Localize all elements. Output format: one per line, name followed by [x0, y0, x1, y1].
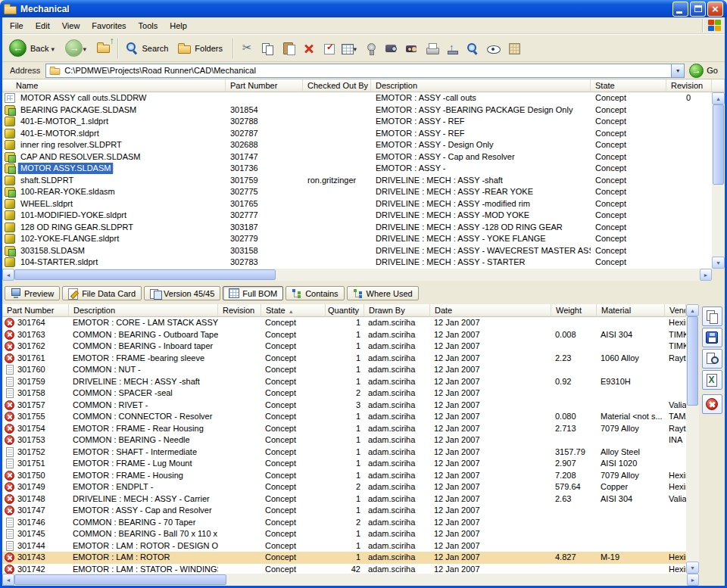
scroll-track[interactable] [712, 104, 725, 257]
tab-where-used[interactable]: Where Used [347, 286, 419, 300]
column-header-checked-out-by[interactable]: Checked Out By [303, 79, 371, 92]
maximize-button[interactable] [690, 2, 706, 17]
file-row[interactable]: MOTOR ASSY.SLDASM301736EMOTOR : ASSY -Co… [2, 163, 712, 175]
scroll-track[interactable] [686, 316, 699, 562]
back-dropdown-icon[interactable] [51, 44, 58, 53]
file-row[interactable]: MOTOR ASSY call outs.SLDDRWEMOTOR : ASSY… [2, 92, 712, 104]
file-row[interactable]: BEARING PACKAGE.SLDASM301854EMOTOR : ASS… [2, 104, 712, 117]
filelist-horizontal-scrollbar[interactable] [2, 269, 712, 281]
bom-row[interactable]: 301753COMMON : BEARING - NeedleConcept1a… [2, 434, 686, 446]
close-button[interactable] [707, 2, 723, 17]
bom-row[interactable]: 301746COMMON : BEARING - 70 TaperConcept… [2, 517, 686, 529]
column-header-part-number[interactable]: Part Number [226, 79, 303, 92]
go-button[interactable]: Go [689, 64, 718, 78]
lamp-button[interactable] [360, 36, 381, 60]
bom-row[interactable]: 301760COMMON : NUT -Concept1adam.sciriha… [2, 364, 686, 376]
bom-column-header-description[interactable]: Description [69, 304, 218, 317]
bom-row[interactable]: 301758COMMON : SPACER -sealConcept2adam.… [2, 387, 686, 400]
scroll-thumb[interactable] [687, 316, 698, 406]
forward-button[interactable] [61, 36, 93, 60]
zoom-button[interactable] [463, 36, 483, 60]
tab-file-data-card[interactable]: File Data Card [62, 286, 142, 300]
search-button[interactable]: Search [123, 36, 174, 60]
address-input[interactable]: C:\PDMWE\Projects\Road Runner\CAD\Mechan… [45, 64, 685, 78]
copy-bom-button[interactable] [702, 306, 722, 326]
bom-row[interactable]: 301764EMOTOR : CORE - LAM STACK ASSY D..… [2, 317, 686, 329]
scroll-left-button[interactable] [2, 269, 14, 281]
bom-row[interactable]: 301757COMMON : RIVET -Concept3adam.sciri… [2, 400, 686, 412]
bom-horizontal-scrollbar[interactable] [2, 574, 699, 586]
bom-row[interactable]: 301742EMOTOR : LAM : STATOR - WINDINGSCo… [2, 564, 686, 574]
printer-button[interactable] [422, 36, 442, 60]
back-button[interactable]: Back [5, 36, 61, 60]
bom-column-header-date[interactable]: Date [430, 304, 551, 317]
bom-row[interactable]: 301750EMOTOR : FRAME - HousingConcept1ad… [2, 470, 686, 482]
save-bom-button[interactable] [702, 328, 722, 347]
menu-item-edit[interactable]: Edit [30, 19, 56, 33]
send-button[interactable] [442, 36, 463, 60]
paste-button[interactable] [279, 36, 299, 60]
column-header-description[interactable]: Description [371, 79, 591, 92]
file-row[interactable]: 303158.SLDASM303158DRIVELINE : MECH : AS… [2, 245, 712, 257]
filelist-vertical-scrollbar[interactable] [712, 92, 725, 269]
bom-column-header-state[interactable]: State [261, 304, 326, 317]
forward-dropdown-icon[interactable] [83, 44, 89, 53]
export-excel-button[interactable] [702, 370, 722, 390]
grid-button[interactable] [504, 36, 524, 60]
file-row[interactable]: inner ring resolver.SLDPRT302688EMOTOR :… [2, 139, 712, 151]
bom-row[interactable]: 301755COMMON : CONNECTOR - ResolverConce… [2, 411, 686, 423]
scroll-thumb[interactable] [14, 574, 226, 585]
file-row[interactable]: 101-MODIFIED-YOKE.sldprt302777DRIVELINE … [2, 210, 712, 222]
menu-item-favorites[interactable]: Favorites [86, 19, 132, 33]
file-row[interactable]: 401-E-MOTOR.sldprt302787EMOTOR : ASSY - … [2, 128, 712, 140]
scroll-track[interactable] [14, 574, 687, 586]
camera-button[interactable] [381, 36, 401, 60]
tab-contains[interactable]: Contains [285, 286, 344, 300]
bom-column-header-part-number[interactable]: Part Number [2, 304, 69, 317]
scroll-track[interactable] [14, 269, 700, 281]
bom-row[interactable]: 301754EMOTOR : FRAME - Rear HousingConce… [2, 423, 686, 435]
copy-button[interactable] [258, 36, 279, 60]
bom-row[interactable]: 301749EMOTOR : ENDPLT -Concept2adam.scir… [2, 481, 686, 493]
tab-full-bom[interactable]: Full BOM [223, 286, 283, 300]
bom-row[interactable]: 301744EMOTOR : LAM : ROTOR - DESIGN ON..… [2, 540, 686, 552]
file-row[interactable]: CAP AND RESOLVER.SLDASM301747EMOTOR : AS… [2, 151, 712, 163]
find-button[interactable] [702, 349, 722, 369]
bom-row[interactable]: 301745COMMON : BEARING - Ball 70 x 110 x… [2, 528, 686, 540]
file-row[interactable]: 100-REAR-YOKE.sldasm302775DRIVELINE : ME… [2, 186, 712, 198]
scroll-down-button[interactable] [712, 257, 725, 269]
scroll-thumb[interactable] [14, 269, 276, 280]
views-button[interactable] [340, 36, 360, 60]
remove-button[interactable] [702, 394, 722, 414]
bom-column-header-revision[interactable]: Revision [218, 304, 261, 317]
folders-button[interactable]: Folders [174, 36, 229, 60]
address-dropdown-button[interactable] [671, 64, 684, 77]
file-row[interactable]: WHEEL.sldprt301765DRIVELINE : MECH : ASS… [2, 198, 712, 210]
bom-column-header-quantity[interactable]: Quantity [326, 304, 364, 317]
bom-row[interactable]: 301761EMOTOR : FRAME -bearing sleeveConc… [2, 353, 686, 365]
address-value[interactable]: C:\PDMWE\Projects\Road Runner\CAD\Mechan… [64, 66, 671, 75]
menu-item-view[interactable]: View [56, 19, 86, 33]
bom-row[interactable]: 301759DRIVELINE : MECH : ASSY -shaftConc… [2, 376, 686, 388]
scroll-down-button[interactable] [686, 562, 699, 574]
menu-item-file[interactable]: File [4, 19, 30, 33]
tab-preview[interactable]: Preview [5, 286, 60, 300]
minimize-button[interactable] [672, 2, 688, 17]
bom-row[interactable]: 301743EMOTOR : LAM : ROTORConcept1adam.s… [2, 552, 686, 564]
bom-row[interactable]: 301762COMMON : BEARING - Inboard taperCo… [2, 341, 686, 353]
delete-button[interactable] [299, 36, 320, 60]
scroll-up-button[interactable] [712, 92, 725, 104]
column-header-revision[interactable]: Revision [666, 79, 712, 92]
bom-row[interactable]: 301752EMOTOR : SHAFT - IntermediateConce… [2, 446, 686, 459]
bom-row[interactable]: 301763COMMON : BEARING - Outboard TaperC… [2, 329, 686, 341]
bom-column-header-material[interactable]: Material [597, 304, 665, 317]
column-header-state[interactable]: State [591, 79, 666, 92]
menu-item-tools[interactable]: Tools [133, 19, 164, 33]
file-row[interactable]: 401-E-MOTOR_1.sldprt302788EMOTOR : ASSY … [2, 116, 712, 128]
cut-button[interactable] [238, 36, 258, 60]
bom-row[interactable]: 301748DRIVELINE : MECH : ASSY - CarrierC… [2, 493, 686, 506]
scroll-right-button[interactable] [700, 269, 712, 281]
projector-button[interactable] [401, 36, 422, 60]
file-row[interactable]: shaft.SLDPRT301759ron.gritzingerDRIVELIN… [2, 175, 712, 187]
eye-button[interactable] [483, 36, 504, 60]
